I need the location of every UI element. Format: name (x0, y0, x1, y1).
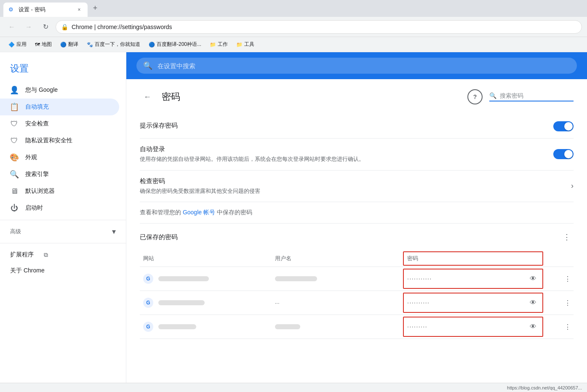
password-cell-3: ········· 👁 (403, 317, 543, 337)
bookmark-translate[interactable]: 🔵 翻译 (57, 39, 82, 50)
google-site-icon-2: G (143, 298, 153, 308)
row-more-button[interactable]: ⋮ (562, 273, 574, 285)
setting-info-auto-signin: 自动登录 使用存储的凭据自动登录网站。停用该功能后，系统会在您每次登录网站时要求… (140, 145, 553, 163)
advanced-label: 高级 (10, 228, 21, 235)
status-url: https://blog.csdn.net/qq_44200657... (507, 385, 582, 390)
bookmark-tools[interactable]: 📁 工具 (233, 39, 258, 50)
bookmark-label: 地图 (42, 41, 52, 48)
setting-label-auto-signin: 自动登录 (140, 145, 553, 153)
sidebar-item-label: 外观 (25, 154, 37, 161)
setting-check-passwords[interactable]: 检查密码 确保您的密码免受数据泄露和其他安全问题的侵害 › (140, 171, 574, 203)
tab-close-button[interactable]: × (76, 6, 83, 13)
folder-tools-icon: 📁 (236, 42, 243, 48)
site-name-blurred-3 (158, 324, 196, 329)
baidu-translate-icon: 🔵 (149, 42, 155, 48)
sidebar-item-label: 默认浏览器 (25, 187, 55, 195)
password-search-icon: 🔍 (489, 92, 496, 99)
sidebar-item-startup[interactable]: ⏻ 启动时 (0, 200, 119, 216)
password-back-button[interactable]: ← (140, 89, 155, 104)
password-row-3: G ········· 👁 ⋮ (140, 315, 574, 339)
sidebar-item-appearance[interactable]: 🎨 外观 (0, 149, 119, 166)
show-password-button[interactable]: 👁 (527, 273, 539, 285)
security-icon: 🔒 (61, 24, 68, 30)
help-button[interactable]: ? (467, 89, 483, 104)
sidebar-item-label: 安全检查 (25, 120, 49, 128)
page-content: 设置 👤 您与 Google 📋 自动填充 🛡 安全检查 🛡 隐私设置和安全性 … (0, 52, 587, 383)
active-tab[interactable]: ⚙ 设置 - 密码 × (3, 3, 88, 17)
setting-info-offer-save: 提示保存密码 (140, 122, 553, 131)
bookmark-work[interactable]: 📁 工作 (206, 39, 231, 50)
navigation-bar: ← → ↻ 🔒 Chrome | chrome://settings/passw… (0, 17, 587, 37)
settings-search-bar[interactable]: 🔍 (136, 58, 577, 74)
settings-search-input[interactable] (157, 62, 570, 69)
google-account-link-row: 查看和管理您的 Google 帐号 中保存的密码 (140, 202, 574, 224)
sidebar-divider (0, 220, 126, 220)
row-more-button-2[interactable]: ⋮ (562, 297, 574, 309)
password-page-header: ← 密码 ? 🔍 (140, 89, 574, 104)
check-info: 检查密码 确保您的密码免受数据泄露和其他安全问题的侵害 (140, 177, 571, 195)
password-search-bar[interactable]: 🔍 (489, 92, 574, 101)
site-cell: G (140, 274, 275, 284)
sidebar-item-label: 搜索引擎 (25, 171, 49, 178)
bookmark-label: 工具 (244, 41, 254, 48)
status-bar: https://blog.csdn.net/qq_44200657... (0, 383, 587, 392)
show-password-button-2[interactable]: 👁 (527, 297, 539, 309)
advanced-section[interactable]: 高级 ▾ (0, 224, 126, 240)
password-dots: ··········· (407, 276, 432, 282)
settings-sidebar: 设置 👤 您与 Google 📋 自动填充 🛡 安全检查 🛡 隐私设置和安全性 … (0, 52, 126, 383)
setting-label-check: 检查密码 (140, 177, 571, 185)
google-account-suffix: 中保存的密码 (217, 209, 252, 216)
saved-passwords-header: 已保存的密码 ⋮ (140, 230, 574, 244)
sidebar-item-default-browser[interactable]: 🖥 默认浏览器 (0, 183, 119, 200)
password-cell-2: ·········· 👁 (403, 293, 543, 313)
palette-icon: 🎨 (10, 153, 19, 162)
shield-check-icon: 🛡 (10, 120, 19, 128)
sidebar-item-label: 自动填充 (25, 103, 49, 111)
bookmark-baidu-translate[interactable]: 🔵 百度翻译-200种语... (145, 39, 205, 50)
sidebar-item-security[interactable]: 🛡 安全检查 (0, 115, 119, 132)
bookmark-apps[interactable]: 🔷 应用 (5, 39, 30, 50)
sidebar-item-google[interactable]: 👤 您与 Google (0, 82, 119, 99)
toggle-offer-save[interactable] (553, 121, 574, 131)
show-password-button-3[interactable]: 👁 (527, 321, 539, 333)
password-search-input[interactable] (500, 92, 574, 99)
bookmark-baidu[interactable]: 🐾 百度一下，你就知道 (83, 39, 144, 50)
browser-icon: 🖥 (10, 187, 19, 195)
sidebar-item-privacy[interactable]: 🛡 隐私设置和安全性 (0, 132, 119, 149)
setting-auto-signin: 自动登录 使用存储的凭据自动登录网站。停用该功能后，系统会在您每次登录网站时要求… (140, 139, 574, 171)
toggle-knob (564, 122, 573, 131)
baidu-icon: 🐾 (87, 42, 93, 48)
refresh-button[interactable]: ↻ (39, 20, 52, 34)
address-bar[interactable]: 🔒 Chrome | chrome://settings/passwords (56, 20, 582, 34)
row-more-button-3[interactable]: ⋮ (562, 321, 574, 333)
site-name-blurred-2 (158, 300, 205, 305)
power-icon: ⏻ (10, 204, 19, 212)
sidebar-item-search[interactable]: 🔍 搜索引擎 (0, 166, 119, 183)
toggle-auto-signin[interactable] (553, 149, 574, 159)
user-cell-3 (275, 324, 407, 329)
saved-passwords-more-button[interactable]: ⋮ (560, 230, 574, 244)
saved-passwords-section: 已保存的密码 ⋮ 网站 用户名 密码 G (140, 224, 574, 346)
setting-desc-auto-signin: 使用存储的凭据自动登录网站。停用该功能后，系统会在您每次登录网站时要求您进行确认… (140, 155, 553, 163)
col-header-username: 用户名 (275, 255, 407, 262)
new-tab-button[interactable]: + (89, 2, 101, 14)
forward-button[interactable]: → (22, 20, 35, 34)
row-actions: ⋮ (540, 273, 574, 285)
sidebar-item-extensions[interactable]: 扩展程序 ⧉ (0, 247, 126, 263)
site-cell: G (140, 298, 275, 308)
search-icon-white: 🔍 (143, 61, 152, 70)
bookmark-maps[interactable]: 🗺 地图 (32, 39, 55, 50)
bookmark-label: 百度一下，你就知道 (95, 41, 140, 48)
sidebar-title: 设置 (0, 59, 126, 82)
google-account-link[interactable]: Google 帐号 (183, 209, 215, 216)
setting-label-offer-save: 提示保存密码 (140, 122, 553, 130)
sidebar-item-about[interactable]: 关于 Chrome (0, 263, 126, 279)
maps-icon: 🗺 (35, 42, 40, 48)
url-text: Chrome | chrome://settings/passwords (72, 24, 172, 30)
translate-icon: 🔵 (60, 42, 67, 48)
tab-title: 设置 - 密码 (19, 6, 72, 13)
password-cell: ··········· 👁 (403, 269, 543, 289)
sidebar-item-autofill[interactable]: 📋 自动填充 (0, 99, 119, 115)
back-button[interactable]: ← (5, 20, 19, 34)
row-actions-3: ⋮ (540, 321, 574, 333)
